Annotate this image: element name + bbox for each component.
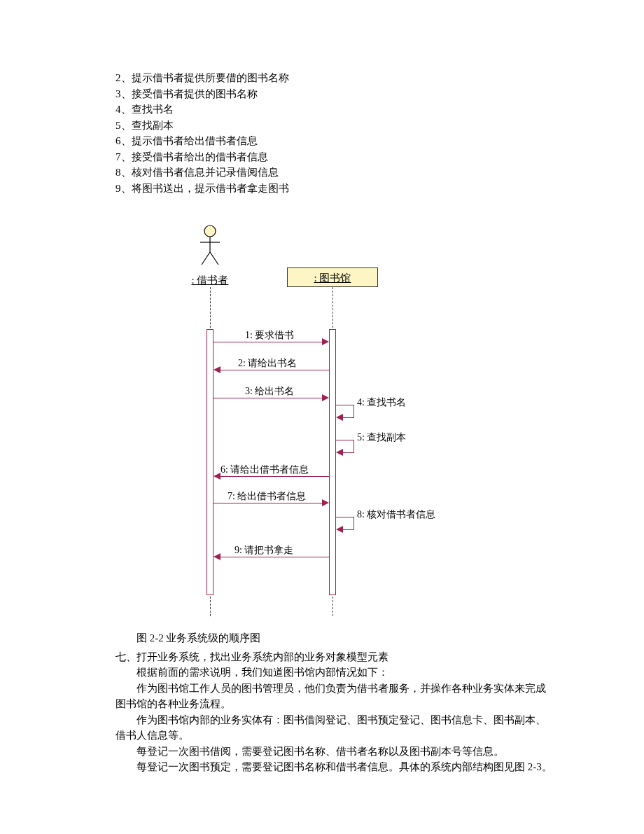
arrow-head-icon xyxy=(322,499,329,506)
self-message-line xyxy=(336,405,354,405)
self-message-line xyxy=(354,440,354,452)
figure-caption: 图 2-2 业务系统级的顺序图 xyxy=(136,630,553,646)
paragraph: 根据前面的需求说明，我们知道图书馆内部情况如下： xyxy=(115,665,553,681)
arrow-head-icon xyxy=(214,366,220,373)
paragraph: 每登记一次图书借阅，需要登记图书名称、借书者名称以及图书副本号等信息。 xyxy=(115,744,553,760)
paragraph: 每登记一次图书预定，需要登记图书名称和借书者信息。具体的系统内部结构图见图 2-… xyxy=(115,759,553,775)
sequence-diagram: : 借书者 : 图书馆 1: 要求借书 2: 请给出书名 3: 给出书名 4: … xyxy=(147,224,553,616)
svg-line-3 xyxy=(202,252,210,265)
svg-line-4 xyxy=(210,252,218,265)
step-item: 3、接受借书者提供的图书名称 xyxy=(115,86,553,102)
step-item: 8、核对借书者信息并记录借阅信息 xyxy=(115,165,553,181)
svg-point-0 xyxy=(204,225,216,237)
message-label: 7: 给出借书者信息 xyxy=(227,489,306,503)
arrow-head-icon xyxy=(214,473,220,480)
message-label: 5: 查找副本 xyxy=(357,430,406,445)
self-message-line xyxy=(343,452,354,453)
self-message-line xyxy=(336,517,354,517)
step-item: 2、提示借书者提供所要借的图书名称 xyxy=(115,70,553,86)
message-label: 1: 要求借书 xyxy=(245,328,294,342)
paragraph: 作为图书馆工作人员的图书管理员，他们负责为借书者服务，并操作各种业务实体来完成图… xyxy=(115,681,553,712)
step-item: 6、提示借书者给出借书者信息 xyxy=(115,133,553,149)
actor-label: : 借书者 xyxy=(175,272,245,289)
document-page: 2、提示借书者提供所要借的图书名称 3、接受借书者提供的图书名称 4、查找书名 … xyxy=(0,0,644,834)
message-arrow xyxy=(220,370,329,370)
message-arrow xyxy=(214,342,322,342)
message-label: 3: 给出书名 xyxy=(245,384,294,398)
actor-borrower: : 借书者 xyxy=(175,224,245,288)
arrow-head-icon xyxy=(322,394,329,401)
object-library: : 图书馆 xyxy=(287,267,378,287)
message-label: 9: 请把书拿走 xyxy=(234,543,293,557)
arrow-head-icon xyxy=(336,449,343,456)
self-message-line xyxy=(354,517,354,529)
self-message-line xyxy=(354,405,354,417)
self-message-line xyxy=(336,440,354,440)
paragraph: 作为图书馆内部的业务实体有：图书借阅登记、图书预定登记、图书信息卡、图书副本、借… xyxy=(115,712,553,744)
step-item: 7、接受借书者给出的借书者信息 xyxy=(115,149,553,165)
message-arrow xyxy=(220,557,329,557)
message-label: 2: 请给出书名 xyxy=(238,356,297,370)
self-message-line xyxy=(343,417,354,418)
message-arrow xyxy=(214,398,322,398)
arrow-head-icon xyxy=(336,526,343,533)
message-label: 8: 核对借书者信息 xyxy=(357,507,435,522)
arrow-head-icon xyxy=(336,414,343,421)
message-label: 6: 请给出借书者信息 xyxy=(220,462,309,477)
step-item: 4、查找书名 xyxy=(115,102,553,118)
message-label: 4: 查找书名 xyxy=(357,395,406,410)
activation-borrower xyxy=(206,329,214,595)
activation-library xyxy=(329,329,336,595)
numbered-steps-list: 2、提示借书者提供所要借的图书名称 3、接受借书者提供的图书名称 4、查找书名 … xyxy=(115,70,553,196)
step-item: 9、将图书送出，提示借书者拿走图书 xyxy=(115,181,553,197)
section-heading: 七、打开业务系统，找出业务系统内部的业务对象模型元素 xyxy=(115,649,553,665)
person-icon xyxy=(196,224,224,266)
arrow-head-icon xyxy=(214,553,220,560)
message-arrow xyxy=(220,476,329,477)
self-message-line xyxy=(343,529,354,530)
arrow-head-icon xyxy=(322,338,329,345)
message-arrow xyxy=(214,503,322,503)
step-item: 5、查找副本 xyxy=(115,118,553,134)
